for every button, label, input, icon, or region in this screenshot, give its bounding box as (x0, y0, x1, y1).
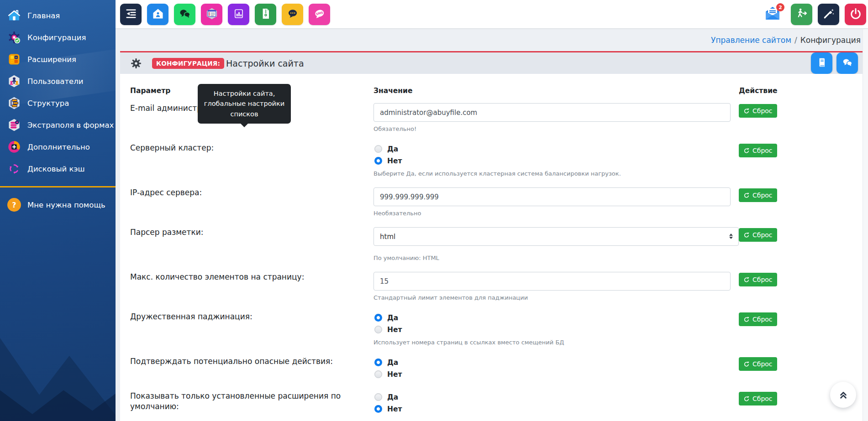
parser-select[interactable]: html (374, 227, 739, 246)
server-ip-input[interactable] (374, 187, 731, 206)
reset-button[interactable]: Сброс (739, 104, 777, 118)
setting-row-friendly-pagination: Дружественная паджинация: Да Нет Использ… (130, 312, 852, 346)
setting-value: Обязательно! (374, 103, 739, 132)
setting-label: Парсер разметки: (130, 227, 374, 238)
archive-button[interactable] (255, 4, 276, 25)
sidebar-item-home[interactable]: Главная (0, 5, 116, 26)
docs-button[interactable] (811, 52, 832, 74)
radio-no[interactable] (374, 370, 382, 378)
sidebar-item-structure[interactable]: Структура (0, 92, 116, 114)
sidebar-item-help[interactable]: ? Мне нужна помощь (0, 194, 116, 216)
chat-dots-icon (286, 7, 299, 21)
sidebar-item-extensions[interactable]: Расширения (0, 48, 116, 70)
setting-hint: По умолчанию: HTML (374, 255, 739, 261)
reset-button[interactable]: Сброс (739, 144, 777, 157)
sidebar-item-label: Экстраполя в формах (27, 121, 114, 130)
radio-yes[interactable] (374, 314, 382, 322)
sidebar-item-label: Конфигурация (27, 33, 86, 42)
chat-button[interactable] (282, 4, 303, 25)
breadcrumb: Управление сайтом / Конфигурация (116, 29, 868, 51)
recycle-icon (7, 162, 21, 176)
site-preview-button[interactable] (201, 4, 222, 25)
setting-label: Дружественная паджинация: (130, 312, 374, 322)
power-icon (849, 7, 862, 21)
panel-actions (811, 52, 858, 74)
reset-button[interactable]: Сброс (739, 392, 777, 405)
radio-no-label[interactable]: Нет (387, 405, 402, 413)
sidebar-nav: Главная Конфигурация (0, 0, 116, 216)
setting-hint: Использует номера страниц в ссылках вмес… (374, 339, 739, 346)
double-chevron-up-icon (837, 388, 849, 401)
setting-row-server-cluster: Серверный кластер: Да Нет Выберите Да, е… (130, 143, 852, 177)
radio-no-label[interactable]: Нет (387, 326, 402, 334)
radio-yes[interactable] (374, 145, 382, 153)
radio-no-label[interactable]: Нет (387, 370, 402, 379)
chat-bubbles-icon (842, 57, 853, 70)
sidebar-item-label: Главная (27, 11, 60, 20)
sidebar-toggle-button[interactable] (120, 4, 142, 25)
configuration-badge: КОНФИГУРАЦИЯ: (152, 58, 224, 69)
setting-row-max-items: Макс. количество элементов на страницу: … (130, 272, 852, 301)
book-icon (816, 57, 828, 70)
structure-icon (7, 96, 21, 110)
scrollbar[interactable] (863, 29, 868, 421)
radio-yes-label[interactable]: Да (387, 145, 398, 153)
sidebar-item-users[interactable]: Пользователи (0, 70, 116, 92)
sidebar-item-label: Пользователи (27, 77, 84, 86)
reset-button[interactable]: Сброс (739, 188, 777, 202)
bar-chart-icon (232, 7, 245, 21)
scroll-to-top-button[interactable] (830, 382, 856, 408)
power-button[interactable] (845, 4, 866, 25)
plus-icon (7, 140, 21, 154)
discussion-button[interactable] (836, 52, 858, 74)
users-icon (7, 74, 21, 88)
setting-hint: Необязательно (374, 210, 739, 217)
setting-hint: Стандартный лимит элементов для паджинац… (374, 294, 739, 301)
wizard-button[interactable] (818, 4, 839, 25)
column-header-action: Действие (739, 87, 852, 95)
sidebar-item-label: Дисковый кэш (27, 165, 85, 173)
admin-email-input[interactable] (374, 103, 731, 122)
setting-label: Серверный кластер: (130, 143, 374, 153)
reset-button[interactable]: Сброс (739, 357, 777, 371)
statistics-button[interactable] (228, 4, 249, 25)
content-area: КОНФИГУРАЦИЯ: Настройки сайта (116, 51, 868, 421)
sidebar-item-configuration[interactable]: Конфигурация (0, 26, 116, 48)
reset-button[interactable]: Сброс (739, 312, 777, 326)
breadcrumb-link-site-management[interactable]: Управление сайтом (711, 36, 791, 45)
sidebar-item-extrafields[interactable]: Экстраполя в формах (0, 114, 116, 136)
gear-icon (130, 57, 142, 69)
sidebar-toggle-icon (125, 7, 137, 21)
radio-yes-label[interactable]: Да (387, 393, 398, 401)
radio-yes-label[interactable]: Да (387, 359, 398, 367)
comments-button[interactable] (174, 4, 195, 25)
radio-no[interactable] (374, 157, 382, 165)
panel-title: Настройки сайта (226, 58, 304, 68)
radio-no-label[interactable]: Нет (387, 157, 402, 165)
home-person-icon (152, 7, 164, 21)
panel-header: КОНФИГУРАЦИЯ: Настройки сайта (120, 51, 863, 74)
sidebar-item-disk-cache[interactable]: Дисковый кэш (0, 158, 116, 180)
question-icon: ? (7, 198, 21, 212)
reset-button[interactable]: Сброс (739, 228, 777, 242)
max-items-input[interactable] (374, 272, 731, 291)
magic-wand-icon (822, 7, 835, 21)
sidebar-item-additional[interactable]: Дополнительно (0, 136, 116, 158)
radio-no[interactable] (374, 326, 382, 333)
exit-to-site-button[interactable] (791, 4, 812, 25)
notifications-mail-button[interactable]: 2 (762, 4, 784, 24)
home-button[interactable] (147, 4, 168, 25)
reset-button[interactable]: Сброс (739, 273, 777, 286)
radio-no[interactable] (374, 405, 382, 413)
settings-card: Настройки сайта, глобальные настройки сп… (120, 74, 863, 421)
radio-yes[interactable] (374, 359, 382, 366)
setting-value: html По умолчанию: HTML (374, 227, 739, 261)
main-area: SMS 2 (116, 0, 868, 421)
radio-yes-label[interactable]: Да (387, 314, 398, 322)
home-icon (7, 9, 21, 22)
setting-label: IP-адрес сервера: (130, 187, 374, 198)
sidebar: Главная Конфигурация (0, 0, 116, 421)
radio-yes[interactable] (374, 393, 382, 401)
top-toolbar: SMS 2 (116, 0, 868, 29)
sms-button[interactable]: SMS (309, 4, 330, 25)
